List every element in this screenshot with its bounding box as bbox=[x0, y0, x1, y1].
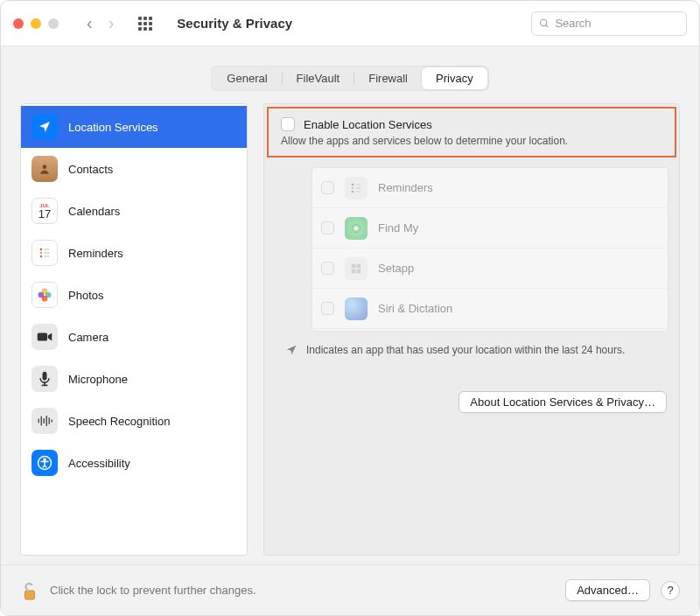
sidebar-item-label: Accessibility bbox=[68, 457, 130, 470]
setapp-app-icon bbox=[345, 257, 368, 280]
location-services-pane: Enable Location Services Allow the apps … bbox=[263, 103, 680, 556]
app-checkbox[interactable] bbox=[321, 181, 334, 194]
enable-location-row[interactable]: Enable Location Services bbox=[281, 117, 662, 131]
about-row: About Location Services & Privacy… bbox=[264, 356, 679, 424]
svg-point-27 bbox=[352, 190, 354, 192]
enable-location-label: Enable Location Services bbox=[304, 118, 432, 131]
sidebar-item-label: Calendars bbox=[68, 205, 120, 218]
footer: Click the lock to prevent further change… bbox=[1, 564, 699, 615]
window-controls bbox=[13, 18, 59, 29]
app-label: Siri & Dictation bbox=[378, 302, 452, 315]
find-my-app-icon bbox=[345, 217, 368, 240]
photos-icon bbox=[32, 282, 58, 308]
tab-filevault[interactable]: FileVault bbox=[283, 67, 354, 89]
tabs-container: General FileVault Firewall Privacy bbox=[1, 46, 699, 103]
reminders-app-icon bbox=[345, 177, 368, 200]
app-list[interactable]: Reminders Find My Setapp bbox=[312, 167, 668, 332]
sidebar-item-label: Photos bbox=[68, 289, 103, 302]
svg-line-1 bbox=[546, 24, 549, 27]
app-checkbox[interactable] bbox=[321, 302, 334, 315]
svg-point-5 bbox=[40, 256, 43, 258]
microphone-icon bbox=[32, 366, 58, 392]
app-row-reminders[interactable]: Reminders bbox=[312, 168, 668, 208]
privacy-categories-sidebar[interactable]: Location Services Contacts JUL 17 Calend… bbox=[20, 103, 248, 556]
close-window-button[interactable] bbox=[13, 18, 24, 29]
svg-point-4 bbox=[40, 252, 43, 255]
sidebar-item-label: Microphone bbox=[68, 373, 128, 386]
usage-note: Indicates an app that has used your loca… bbox=[264, 332, 679, 356]
about-location-button[interactable]: About Location Services & Privacy… bbox=[458, 391, 667, 413]
search-icon bbox=[539, 18, 550, 30]
app-row-find-my[interactable]: Find My bbox=[312, 208, 668, 248]
minimize-window-button[interactable] bbox=[31, 18, 41, 29]
svg-point-26 bbox=[352, 186, 354, 189]
svg-point-31 bbox=[354, 227, 358, 230]
sidebar-item-microphone[interactable]: Microphone bbox=[21, 358, 247, 400]
forward-button[interactable]: › bbox=[108, 13, 115, 33]
svg-point-12 bbox=[38, 292, 45, 298]
advanced-button[interactable]: Advanced… bbox=[565, 579, 650, 601]
svg-rect-37 bbox=[25, 591, 35, 599]
app-checkbox[interactable] bbox=[321, 221, 334, 234]
tab-firewall[interactable]: Firewall bbox=[354, 67, 422, 89]
sidebar-item-speech-recognition[interactable]: Speech Recognition bbox=[21, 400, 247, 442]
search-field-container[interactable] bbox=[531, 11, 687, 36]
svg-rect-33 bbox=[352, 263, 356, 268]
svg-rect-13 bbox=[38, 333, 47, 341]
app-label: Find My bbox=[378, 221, 418, 234]
sidebar-item-location-services[interactable]: Location Services bbox=[21, 106, 247, 148]
sidebar-item-photos[interactable]: Photos bbox=[21, 274, 247, 316]
location-arrow-icon bbox=[285, 344, 298, 356]
siri-app-icon bbox=[345, 298, 368, 320]
nav-arrows: ‹ › bbox=[87, 13, 114, 33]
titlebar: ‹ › Security & Privacy bbox=[1, 1, 699, 46]
sidebar-item-camera[interactable]: Camera bbox=[21, 316, 247, 358]
app-label: Setapp bbox=[378, 262, 414, 275]
lock-icon[interactable] bbox=[20, 579, 39, 602]
lock-text: Click the lock to prevent further change… bbox=[50, 584, 256, 597]
content: Location Services Contacts JUL 17 Calend… bbox=[1, 103, 699, 564]
preferences-window: ‹ › Security & Privacy General FileVault… bbox=[0, 0, 700, 616]
window-title: Security & Privacy bbox=[177, 16, 292, 31]
enable-location-highlight: Enable Location Services Allow the apps … bbox=[267, 107, 676, 158]
sidebar-item-label: Location Services bbox=[68, 121, 158, 134]
svg-rect-36 bbox=[357, 269, 361, 273]
sidebar-item-accessibility[interactable]: Accessibility bbox=[21, 442, 247, 484]
contacts-icon bbox=[32, 156, 58, 182]
svg-point-0 bbox=[541, 19, 547, 25]
window-body: General FileVault Firewall Privacy Locat… bbox=[1, 46, 699, 615]
reminders-icon bbox=[32, 240, 58, 266]
camera-icon bbox=[32, 324, 58, 350]
app-row-setapp[interactable]: Setapp bbox=[312, 248, 668, 289]
show-all-prefs-button[interactable] bbox=[138, 17, 152, 31]
tab-general[interactable]: General bbox=[213, 67, 281, 89]
sidebar-item-calendars[interactable]: JUL 17 Calendars bbox=[21, 190, 247, 232]
fullscreen-window-button[interactable] bbox=[48, 18, 59, 29]
tabs: General FileVault Firewall Privacy bbox=[211, 66, 488, 91]
back-button[interactable]: ‹ bbox=[87, 13, 93, 33]
location-icon bbox=[32, 114, 58, 140]
svg-point-24 bbox=[44, 458, 46, 460]
sidebar-item-reminders[interactable]: Reminders bbox=[21, 232, 247, 274]
svg-rect-35 bbox=[352, 269, 356, 273]
sidebar-item-contacts[interactable]: Contacts bbox=[21, 148, 247, 190]
accessibility-icon bbox=[32, 450, 58, 476]
sidebar-item-label: Camera bbox=[68, 331, 108, 344]
tab-privacy[interactable]: Privacy bbox=[422, 67, 487, 89]
svg-point-25 bbox=[352, 183, 354, 186]
sidebar-item-label: Contacts bbox=[68, 163, 113, 176]
app-checkbox[interactable] bbox=[321, 262, 334, 275]
svg-rect-34 bbox=[357, 263, 361, 268]
enable-location-checkbox[interactable] bbox=[281, 117, 295, 131]
help-button[interactable]: ? bbox=[661, 581, 680, 600]
usage-note-text: Indicates an app that has used your loca… bbox=[306, 344, 625, 356]
svg-point-2 bbox=[43, 164, 47, 169]
sidebar-item-label: Speech Recognition bbox=[68, 415, 170, 428]
speech-icon bbox=[32, 408, 58, 434]
app-label: Reminders bbox=[378, 181, 433, 194]
search-input[interactable] bbox=[555, 17, 679, 30]
calendar-icon: JUL 17 bbox=[32, 198, 58, 224]
app-row-siri-dictation[interactable]: Siri & Dictation bbox=[312, 289, 668, 329]
sidebar-item-label: Reminders bbox=[68, 247, 123, 260]
enable-location-sublabel: Allow the apps and services below to det… bbox=[281, 135, 662, 147]
